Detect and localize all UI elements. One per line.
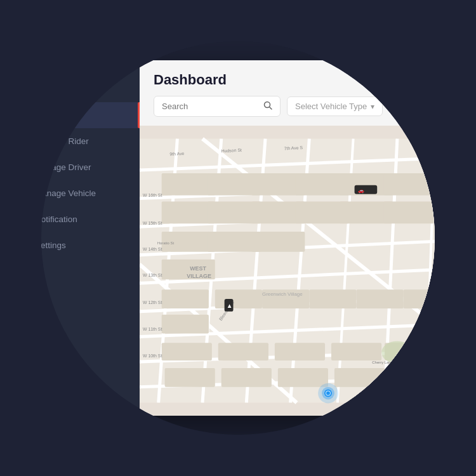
svg-rect-52 [165,368,215,387]
svg-rect-49 [275,343,325,360]
svg-text:W 10th St: W 10th St [143,354,162,358]
logo-text: QAAR [54,75,90,88]
svg-rect-55 [334,368,385,387]
svg-text:▲: ▲ [227,302,233,309]
map-svg: 9th Ave Hudson St 7th Ave S W 16th St W … [140,126,435,416]
vehicle-select-label: Select Vehicle Type [295,102,367,111]
vehicle-type-select[interactable]: Select Vehicle Type ▾ [287,96,383,116]
svg-rect-41 [162,315,209,334]
svg-text:Cherry Lane Theatre: Cherry Lane Theatre [372,360,407,364]
sidebar-item-manage-rider[interactable]: Manage Rider [41,128,140,154]
search-icon [263,101,272,112]
svg-text:New York Univer...: New York Univer... [391,384,422,388]
svg-line-3 [270,107,272,110]
sidebar-nav: Dashboard Manage Rider Manage Driver Man… [41,100,140,258]
search-box[interactable] [154,96,281,117]
svg-rect-46 [404,289,435,308]
svg-rect-24 [162,173,215,195]
sidebar-item-settings[interactable]: Settings [41,232,140,258]
sidebar-item-notification[interactable]: Notification [41,206,140,232]
svg-text:Horatio St: Horatio St [157,241,175,245]
svg-rect-33 [251,232,305,252]
svg-text:W 14th St: W 14th St [143,247,162,251]
page-title: Dashboard [154,72,435,88]
svg-rect-53 [221,368,272,387]
circle-mask: Q QAAR Dashboard Manage Rider Manage Dri… [41,41,435,435]
svg-text:9th Ave: 9th Ave [169,151,184,156]
sidebar: Q QAAR Dashboard Manage Rider Manage Dri… [41,60,140,416]
svg-rect-39 [383,202,433,224]
svg-text:Greenwich Village: Greenwich Village [262,291,303,297]
sidebar-logo: Q QAAR [41,60,140,100]
svg-text:W 15th St: W 15th St [143,221,162,225]
svg-rect-25 [162,202,215,224]
svg-text:WEST: WEST [190,266,206,272]
svg-rect-47 [162,343,212,360]
svg-text:W 11th St: W 11th St [143,327,162,331]
logo-icon: Q [41,74,49,88]
svg-rect-45 [357,289,404,308]
svg-rect-42 [215,289,262,308]
svg-text:W 13th St: W 13th St [143,273,162,277]
svg-rect-44 [309,289,356,308]
svg-rect-40 [162,289,209,308]
app-container: Q QAAR Dashboard Manage Rider Manage Dri… [41,60,435,416]
chevron-down-icon: ▾ [371,102,374,111]
main-header: Dashboard Select Vehicle Type ▾ [140,60,435,126]
svg-rect-50 [331,343,381,360]
svg-rect-54 [278,368,328,387]
svg-text:VILLAGE: VILLAGE [187,273,211,279]
sidebar-item-manage-driver[interactable]: Manage Driver [41,154,140,180]
svg-rect-48 [218,343,268,360]
svg-rect-38 [383,173,433,195]
header-controls: Select Vehicle Type ▾ [154,96,435,117]
svg-text:🚗: 🚗 [358,187,364,194]
map-area: 9th Ave Hudson St 7th Ave S W 16th St W … [140,126,435,416]
main-content: Dashboard Select Vehicle Type ▾ [140,60,435,416]
sidebar-item-manage-vehicle[interactable]: Manage Vehicle [41,180,140,206]
svg-text:W 12th St: W 12th St [143,300,162,305]
svg-text:W 16th St: W 16th St [143,193,162,197]
sidebar-item-dashboard[interactable]: Dashboard [41,102,140,128]
svg-text:Q: Q [41,76,44,86]
search-input[interactable] [162,102,258,111]
svg-point-82 [326,392,330,395]
